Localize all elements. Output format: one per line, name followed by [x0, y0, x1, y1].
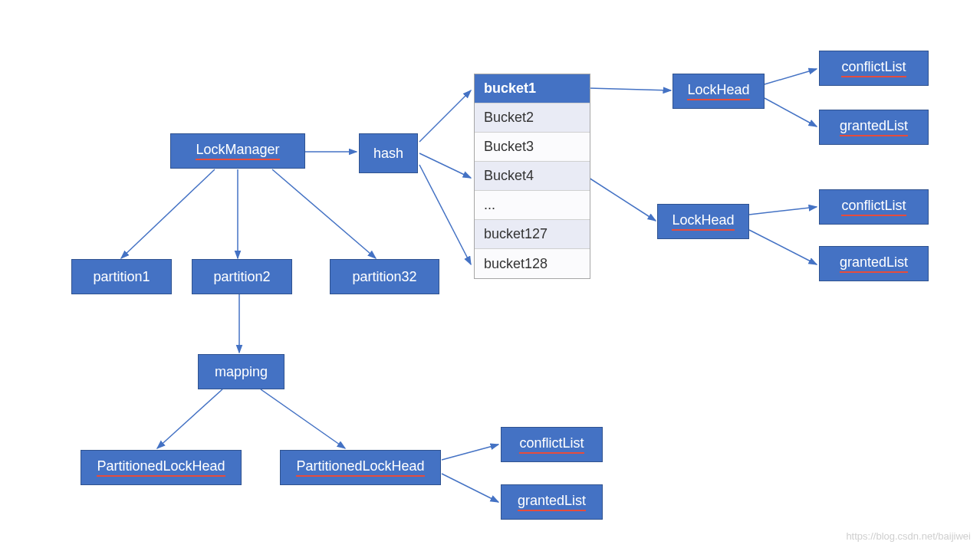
- mapping-label: mapping: [215, 364, 268, 380]
- conflictlist1-label: conflictList: [841, 59, 906, 77]
- grantedlist2-label: grantedList: [840, 254, 908, 273]
- svg-line-6: [419, 165, 471, 264]
- svg-line-8: [589, 178, 656, 221]
- hash-label: hash: [373, 146, 403, 162]
- hash-node: hash: [359, 133, 418, 173]
- grantedlist1-label: grantedList: [840, 118, 908, 136]
- svg-line-14: [157, 389, 222, 448]
- bucket-row-3: Bucket4: [475, 162, 590, 191]
- lock-manager-label: LockManager: [196, 142, 279, 160]
- partitioned-lockhead1-label: PartitionedLockHead: [97, 458, 225, 477]
- grantedlist1-node: grantedList: [819, 110, 929, 145]
- svg-line-11: [749, 207, 817, 215]
- conflictlist2-node: conflictList: [819, 189, 929, 225]
- bucket-table: bucket1Bucket2Bucket3Bucket4...bucket127…: [474, 74, 590, 279]
- svg-line-9: [765, 69, 817, 84]
- partition1-label: partition1: [93, 269, 150, 285]
- lockhead2-label: LockHead: [672, 212, 734, 231]
- grantedlist-mid-label: grantedList: [518, 493, 586, 511]
- watermark-text: https://blog.csdn.net/baijiwei: [846, 530, 971, 542]
- partitioned-lockhead1-node: PartitionedLockHead: [81, 450, 242, 485]
- lockhead1-node: LockHead: [673, 74, 765, 109]
- svg-line-15: [261, 389, 345, 448]
- svg-line-1: [121, 169, 215, 258]
- partition2-node: partition2: [192, 259, 292, 294]
- mapping-node: mapping: [198, 354, 284, 389]
- conflictlist1-node: conflictList: [819, 51, 929, 86]
- grantedlist-mid-node: grantedList: [501, 484, 603, 520]
- partition32-label: partition32: [352, 269, 416, 285]
- svg-line-12: [749, 230, 817, 264]
- bucket-row-1: Bucket2: [475, 103, 590, 133]
- lockhead1-label: LockHead: [687, 82, 749, 100]
- grantedlist2-node: grantedList: [819, 246, 929, 281]
- svg-line-7: [589, 88, 671, 90]
- bucket-row-6: bucket128: [475, 249, 590, 278]
- bucket-row-0: bucket1: [475, 74, 590, 103]
- partition2-label: partition2: [213, 269, 270, 285]
- svg-line-17: [442, 474, 498, 502]
- lockhead2-node: LockHead: [657, 204, 749, 239]
- conflictlist-mid-label: conflictList: [519, 435, 584, 454]
- partition32-node: partition32: [330, 259, 439, 294]
- bucket-row-4: ...: [475, 191, 590, 220]
- lock-manager-node: LockManager: [170, 133, 305, 169]
- svg-line-16: [442, 445, 498, 460]
- svg-line-5: [419, 153, 471, 178]
- partitioned-lockhead2-label: PartitionedLockHead: [296, 458, 424, 477]
- bucket-row-5: bucket127: [475, 220, 590, 249]
- bucket-row-2: Bucket3: [475, 133, 590, 162]
- conflictlist-mid-node: conflictList: [501, 427, 603, 462]
- conflictlist2-label: conflictList: [841, 198, 906, 216]
- svg-line-4: [419, 90, 471, 142]
- svg-line-10: [765, 98, 817, 126]
- partitioned-lockhead2-node: PartitionedLockHead: [280, 450, 441, 485]
- svg-line-3: [272, 169, 376, 258]
- partition1-node: partition1: [71, 259, 172, 294]
